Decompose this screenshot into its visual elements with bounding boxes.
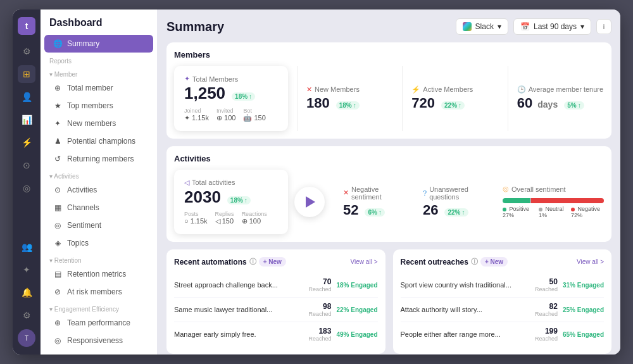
sidebar-item-top-members-label: Top members bbox=[67, 101, 113, 110]
activities-section-label: ▾ Activities bbox=[41, 168, 157, 181]
sidebar-icon-bell[interactable]: 🔔 bbox=[18, 284, 35, 301]
avg-tenure-value: 60 days bbox=[517, 95, 558, 111]
negative-dot bbox=[571, 208, 575, 211]
total-members-sub: Joined ✦ 1.15k Invited ⊕ 100 Bot 🤖 150 bbox=[184, 108, 278, 122]
overall-sentiment-label: ◎ Overall sentiment bbox=[503, 185, 604, 193]
sidebar-icon-gear[interactable]: ⚙ bbox=[18, 306, 35, 324]
slack-label: Slack bbox=[475, 22, 494, 31]
responsiveness-icon: ◎ bbox=[53, 336, 62, 345]
sidebar-item-total-member-label: Total member bbox=[67, 84, 113, 92]
sidebar-item-new-members[interactable]: ✦ New members bbox=[44, 115, 153, 132]
outreaches-info-icon: ⓘ bbox=[471, 257, 478, 267]
new-members-icon: ✕ bbox=[306, 85, 312, 94]
outreaches-card: Recent outreaches ⓘ + New View all > Spo… bbox=[393, 249, 612, 354]
invited-value: ⊕ 100 bbox=[216, 114, 235, 122]
sidebar-item-retention[interactable]: ▤ Retention metrics bbox=[44, 265, 153, 283]
sidebar-item-total-member[interactable]: ⊕ Total member bbox=[44, 79, 153, 97]
joined-value: ✦ 1.15k bbox=[184, 114, 209, 122]
calendar-icon: 📅 bbox=[520, 22, 530, 31]
outreach-name-0: Sport view country wish traditional... bbox=[401, 281, 535, 289]
outreaches-list: Sport view country wish traditional... 5… bbox=[401, 273, 605, 346]
members-metrics-row: ✦ Total Members 1,250 18% ↑ Joined ✦ 1.1… bbox=[174, 66, 604, 131]
sidebar-item-activities-label: Activities bbox=[67, 185, 97, 194]
new-members-badge: 18% ↑ bbox=[336, 101, 360, 110]
sidebar-icon-people[interactable]: 👥 bbox=[18, 238, 35, 256]
outreaches-view-all[interactable]: View all > bbox=[577, 258, 604, 265]
sidebar-icon-customize[interactable]: ✦ bbox=[18, 261, 35, 279]
sidebar-icon-lightning[interactable]: ⚡ bbox=[18, 134, 35, 151]
automation-row-2: Manager early simply free. 183 Reached 4… bbox=[174, 322, 378, 346]
potential-champions-icon: ♟ bbox=[53, 137, 62, 146]
play-button[interactable] bbox=[294, 187, 325, 217]
sidebar-nav-summary[interactable]: 🌐 Summary bbox=[44, 35, 153, 53]
outreaches-new-btn[interactable]: + New bbox=[480, 257, 508, 267]
sidebar-item-team-performance-label: Team performance bbox=[67, 318, 130, 327]
automations-view-all[interactable]: View all > bbox=[351, 258, 378, 265]
sidebar-item-channels-label: Channels bbox=[67, 203, 99, 212]
out-pct-0: 31% Engaged bbox=[563, 282, 604, 289]
sidebar-item-sentiment[interactable]: ◎ Sentiment bbox=[44, 217, 153, 234]
outreach-row-0: Sport view country wish traditional... 5… bbox=[401, 273, 605, 298]
auto-reached-0: 70 bbox=[308, 277, 331, 286]
sidebar-nav-summary-label: Summary bbox=[67, 39, 99, 48]
sidebar-icon-connections[interactable]: ⊙ bbox=[18, 156, 35, 174]
sidebar-item-responsiveness[interactable]: ◎ Responsiveness bbox=[44, 332, 153, 349]
activities-icon: ⊙ bbox=[53, 185, 62, 194]
auto-pct-2: 49% Engaged bbox=[336, 331, 377, 338]
outreach-stats-1: 82 Reached 25% Engaged bbox=[535, 302, 604, 317]
sidebar-item-activities[interactable]: ⊙ Activities bbox=[44, 181, 153, 199]
date-range-btn[interactable]: 📅 Last 90 days ▾ bbox=[513, 18, 591, 35]
active-members-badge: 22% ↑ bbox=[441, 101, 465, 110]
sidebar-icon-settings-top[interactable]: ⚙ bbox=[18, 42, 35, 60]
sidebar-item-channels[interactable]: ▦ Channels bbox=[44, 199, 153, 217]
outreach-row-2: People either after range more... 199 Re… bbox=[401, 322, 605, 346]
slack-icon bbox=[463, 22, 472, 31]
sidebar: Dashboard 🌐 Summary Reports ▾ Member ⊕ T… bbox=[41, 9, 158, 355]
page-title: Summary bbox=[166, 20, 224, 34]
sidebar-item-potential-champions-label: Potential champions bbox=[67, 137, 135, 146]
automations-new-btn[interactable]: + New bbox=[259, 257, 286, 267]
member-section-label: ▾ Member bbox=[41, 66, 157, 79]
sidebar-icon-users[interactable]: 👤 bbox=[18, 88, 35, 106]
outreaches-header: Recent outreaches ⓘ + New View all > bbox=[401, 257, 605, 267]
auto-reached-1: 98 bbox=[308, 302, 331, 311]
unanswered-label: ? Unanswered questions bbox=[423, 185, 484, 201]
negative-bar bbox=[531, 198, 604, 203]
sidebar-icon-analytics[interactable]: 📊 bbox=[18, 111, 35, 129]
info-btn[interactable]: i bbox=[596, 19, 611, 34]
date-range-label: Last 90 days bbox=[534, 22, 577, 31]
automations-header: Recent automations ⓘ + New View all > bbox=[174, 257, 378, 267]
reactions-value: ⊕ 100 bbox=[242, 217, 267, 225]
slack-selector-btn[interactable]: Slack ▾ bbox=[456, 18, 508, 35]
outreach-stats-2: 199 Reached 65% Engaged bbox=[535, 327, 604, 342]
automations-card: Recent automations ⓘ + New View all > St… bbox=[166, 249, 385, 354]
avg-tenure-card: 🕒 Average member tenure 60 days 5% ↑ bbox=[517, 66, 604, 131]
sidebar-item-returning-members[interactable]: ↺ Returning members bbox=[44, 150, 153, 168]
sentiment-icon: ◎ bbox=[53, 221, 62, 230]
reports-section-label: Reports bbox=[41, 53, 157, 66]
sidebar-item-at-risk-label: At risk members bbox=[67, 287, 122, 296]
team-performance-icon: ⊕ bbox=[53, 318, 62, 327]
sidebar-item-at-risk[interactable]: ⊘ At risk members bbox=[44, 283, 153, 301]
icon-bar: t ⚙ ⊞ 👤 📊 ⚡ ⊙ ◎ 👥 ✦ 🔔 ⚙ T bbox=[13, 9, 41, 355]
sidebar-item-top-members[interactable]: ★ Top members bbox=[44, 97, 153, 115]
sidebar-icon-target[interactable]: ◎ bbox=[18, 179, 35, 197]
slack-chevron: ▾ bbox=[498, 22, 501, 31]
members-section-label: Members bbox=[174, 50, 604, 60]
sidebar-icon-avatar[interactable]: T bbox=[18, 329, 35, 347]
sidebar-item-team-performance[interactable]: ⊕ Team performance bbox=[44, 314, 153, 332]
posts-value: ○ 1.15k bbox=[184, 217, 208, 225]
header-controls: Slack ▾ 📅 Last 90 days ▾ i bbox=[456, 18, 611, 35]
sidebar-icon-dashboard[interactable]: ⊞ bbox=[18, 65, 35, 83]
sidebar-item-topics[interactable]: ◈ Topics bbox=[44, 234, 153, 252]
total-members-card: ✦ Total Members 1,250 18% ↑ Joined ✦ 1.1… bbox=[174, 66, 288, 131]
automation-stats-1: 98 Reached 22% Engaged bbox=[308, 302, 377, 317]
app-logo[interactable]: t bbox=[18, 17, 35, 35]
sidebar-item-potential-champions[interactable]: ♟ Potential champions bbox=[44, 132, 153, 150]
out-pct-2: 65% Engaged bbox=[563, 331, 604, 338]
sentiment-bar-container: Positive 27% Neutral 1% Negative 72% bbox=[503, 198, 604, 218]
out-reached-1: 82 bbox=[535, 302, 558, 311]
negative-sentiment-label: ✕ Negative sentiment bbox=[343, 185, 404, 201]
out-pct-1: 25% Engaged bbox=[563, 306, 604, 313]
automation-name-0: Street approach challenge back... bbox=[174, 281, 308, 289]
